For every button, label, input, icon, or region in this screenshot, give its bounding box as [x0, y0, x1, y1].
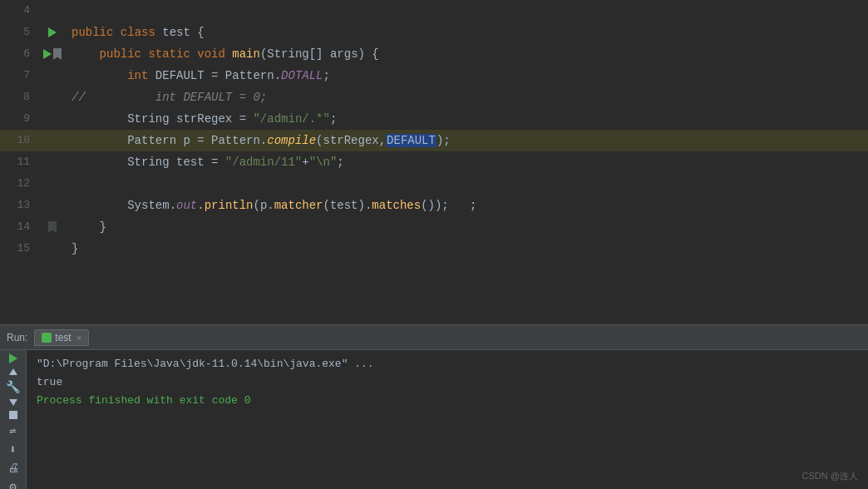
code-content-8: // int DEFAULT = 0; — [65, 86, 868, 108]
code-line-5: 5 public class test { — [0, 22, 868, 43]
line-number-6: 6 — [0, 43, 40, 65]
code-line-13: 13 System.out.println(p.matcher(test).ma… — [0, 195, 868, 216]
code-content-5: public class test { — [65, 22, 868, 43]
bookmark-icon-6 — [53, 48, 62, 60]
down-arrow-icon — [9, 399, 17, 406]
run-body: 🔧 ⇌ ⬇ 🖨 ⚙ "D:\Program Files\Java\jdk-11.… — [0, 350, 868, 489]
watermark-area: CSDN @连人 — [802, 469, 858, 482]
run-panel: Run: test × 🔧 ⇌ — [0, 324, 868, 489]
code-content-15: } — [65, 238, 868, 259]
print-button[interactable]: 🖨 — [4, 462, 22, 475]
run-tab-close[interactable]: × — [76, 333, 81, 343]
output-true-line: true — [37, 373, 858, 392]
line-number-8: 8 — [0, 86, 40, 108]
line-gutter-14 — [40, 221, 65, 233]
output-exit-line: Process finished with exit code 0 — [37, 392, 858, 410]
code-content-9: String strRegex = "/admin/.*"; — [65, 108, 868, 130]
scroll-end-button[interactable]: ⬇ — [4, 442, 22, 457]
line-number-11: 11 — [0, 151, 40, 173]
settings-icon: ⚙ — [9, 480, 16, 489]
line-gutter-5[interactable] — [40, 27, 65, 37]
editor-area: 4 5 public class test { 6 public static … — [0, 0, 868, 324]
watermark-text: CSDN @连人 — [802, 471, 858, 481]
code-line-7: 7 int DEFAULT = Pattern.DOTALL; — [0, 65, 868, 86]
line-number-9: 9 — [0, 108, 40, 130]
run-arrow-6[interactable] — [43, 49, 52, 59]
run-label: Run: — [7, 332, 27, 343]
code-content-10: Pattern p = Pattern.compile(strRegex,DEF… — [65, 130, 868, 151]
line-number-5: 5 — [0, 22, 40, 43]
run-tabs: Run: test × — [0, 325, 868, 350]
code-line-10: 10 Pattern p = Pattern.compile(strRegex,… — [0, 130, 868, 151]
code-line-9: 9 String strRegex = "/admin/.*"; — [0, 108, 868, 130]
run-arrow-5[interactable] — [48, 27, 57, 37]
line-gutter-6 — [40, 48, 65, 60]
code-line-6: 6 public static void main(String[] args)… — [0, 43, 868, 65]
code-line-15: 15 } — [0, 238, 868, 259]
line-number-7: 7 — [0, 65, 40, 86]
code-content-14: } — [65, 216, 868, 238]
line-number-15: 15 — [0, 238, 40, 259]
rerun-icon: ⇌ — [10, 424, 17, 437]
run-sidebar: 🔧 ⇌ ⬇ 🖨 ⚙ — [0, 350, 27, 489]
rerun-button[interactable]: ⇌ — [4, 424, 22, 437]
code-line-12: 12 — [0, 173, 868, 195]
printer-icon: 🖨 — [7, 462, 19, 475]
scroll-down-button[interactable] — [4, 399, 22, 406]
line-number-12: 12 — [0, 173, 40, 195]
scroll-end-icon: ⬇ — [9, 442, 16, 457]
wrench-button[interactable]: 🔧 — [4, 380, 22, 394]
run-tab-name: test — [55, 332, 71, 343]
line-number-13: 13 — [0, 195, 40, 216]
bookmark-icon-14 — [48, 221, 57, 233]
code-container: 4 5 public class test { 6 public static … — [0, 0, 868, 324]
play-icon — [9, 353, 17, 363]
scroll-up-button[interactable] — [4, 368, 22, 375]
wrench-icon: 🔧 — [6, 380, 20, 394]
code-content-11: String test = "/admin/11"+"\n"; — [65, 151, 868, 173]
run-tab-icon — [42, 333, 52, 343]
run-play-button[interactable] — [4, 353, 22, 363]
code-content-13: System.out.println(p.matcher(test).match… — [65, 195, 868, 216]
code-line-8: 8 // int DEFAULT = 0; — [0, 86, 868, 108]
run-output: "D:\Program Files\Java\jdk-11.0.14\bin\j… — [27, 350, 868, 489]
output-cmd-line: "D:\Program Files\Java\jdk-11.0.14\bin\j… — [37, 355, 858, 373]
stop-button[interactable] — [4, 411, 22, 419]
line-number-4: 4 — [0, 0, 40, 22]
line-number-10: 10 — [0, 130, 40, 151]
code-line-14: 14 } — [0, 216, 868, 238]
code-content-7: int DEFAULT = Pattern.DOTALL; — [65, 65, 868, 86]
up-arrow-icon — [9, 368, 17, 375]
stop-icon — [9, 411, 17, 419]
line-number-14: 14 — [0, 216, 40, 238]
code-line-4: 4 — [0, 0, 868, 22]
settings-button[interactable]: ⚙ — [4, 480, 22, 489]
run-tab-test[interactable]: test × — [34, 329, 89, 346]
code-content-6: public static void main(String[] args) { — [65, 43, 868, 65]
code-line-11: 11 String test = "/admin/11"+"\n"; — [0, 151, 868, 173]
